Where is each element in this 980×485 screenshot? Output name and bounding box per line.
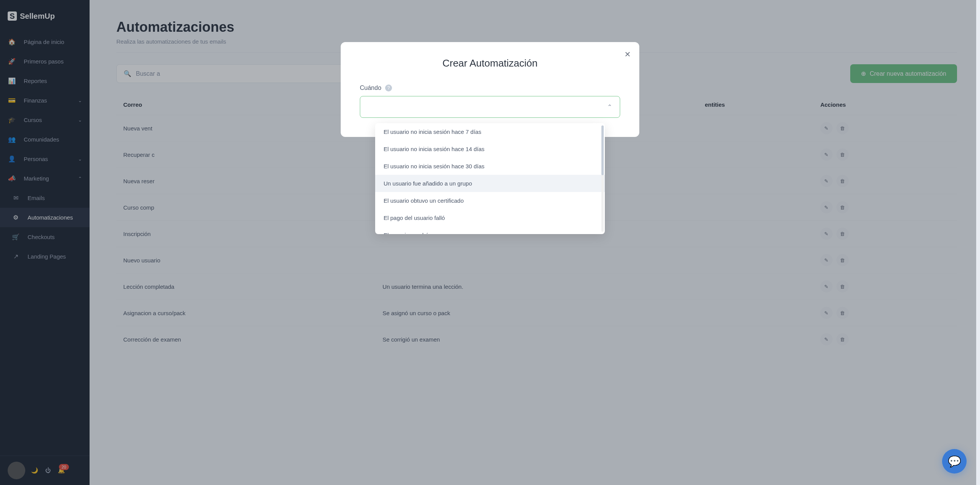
modal-title: Crear Automatización xyxy=(360,57,620,69)
chat-icon: 💬 xyxy=(948,455,961,468)
dropdown-option[interactable]: El usuario aprobó un examen xyxy=(375,226,605,234)
page-scrollbar[interactable] xyxy=(976,0,980,485)
cuando-select[interactable]: ⌃ xyxy=(360,96,620,118)
create-automation-modal: ✕ Crear Automatización Cuándo ? ⌃ El usu… xyxy=(341,42,639,137)
help-icon[interactable]: ? xyxy=(385,85,392,91)
cuando-dropdown: El usuario no inicia sesión hace 7 díasE… xyxy=(375,123,605,234)
chat-widget[interactable]: 💬 xyxy=(942,449,967,474)
close-icon[interactable]: ✕ xyxy=(624,50,631,59)
dropdown-option[interactable]: El usuario obtuvo un certificado xyxy=(375,192,605,209)
dropdown-option[interactable]: El usuario no inicia sesión hace 7 días xyxy=(375,123,605,140)
modal-overlay[interactable]: ✕ Crear Automatización Cuándo ? ⌃ El usu… xyxy=(0,0,980,485)
dropdown-option[interactable]: El pago del usuario falló xyxy=(375,209,605,226)
dropdown-option[interactable]: El usuario no inicia sesión hace 14 días xyxy=(375,140,605,158)
chevron-up-icon: ⌃ xyxy=(607,103,612,111)
dropdown-option[interactable]: El usuario no inicia sesión hace 30 días xyxy=(375,158,605,175)
dropdown-option[interactable]: Un usuario fue añadido a un grupo xyxy=(375,175,605,192)
field-label-cuando: Cuándo ? xyxy=(360,85,620,91)
dropdown-scrollbar-thumb[interactable] xyxy=(601,125,604,175)
